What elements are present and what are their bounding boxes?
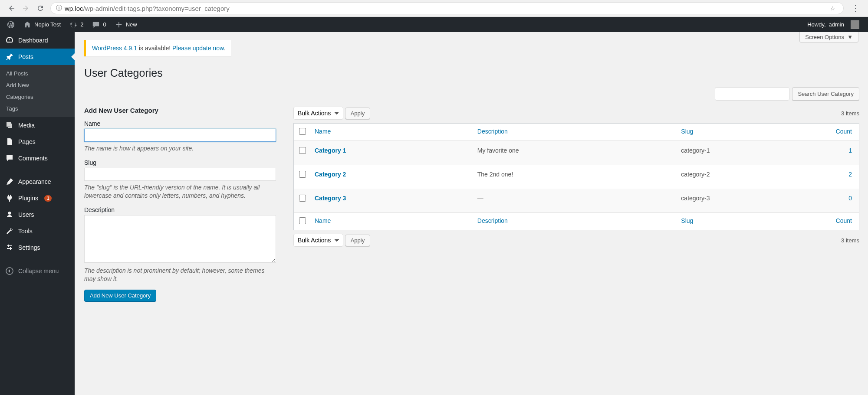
items-count-bottom: 3 items [841, 237, 859, 244]
description-label: Description [84, 206, 276, 213]
table-row: Category 2The 2nd one!category-22 [294, 165, 859, 189]
appearance-icon [5, 177, 14, 186]
browser-menu-icon[interactable]: ⋮ [846, 3, 865, 13]
menu-settings[interactable]: Settings [0, 239, 75, 256]
browser-chrome: ⓘ wp.loc /wp-admin/edit-tags.php?taxonom… [0, 0, 868, 17]
row-count-link[interactable]: 1 [848, 147, 852, 154]
menu-label: Settings [18, 244, 40, 251]
media-icon [5, 121, 14, 130]
avatar [851, 20, 859, 29]
posts-submenu: All Posts Add New Categories Tags [0, 65, 75, 117]
howdy-prefix: Howdy, [807, 21, 825, 28]
menu-label: Tools [18, 228, 33, 235]
row-checkbox[interactable] [299, 195, 306, 202]
browser-forward-icon[interactable] [22, 4, 30, 12]
menu-collapse[interactable]: Collapse menu [0, 263, 75, 279]
col-slug-foot[interactable]: Slug [677, 212, 829, 230]
col-name[interactable]: Name [310, 124, 473, 141]
menu-label: Pages [18, 138, 36, 145]
wordpress-icon [7, 21, 15, 29]
col-description[interactable]: Description [473, 124, 677, 141]
menu-pages[interactable]: Pages [0, 134, 75, 150]
row-slug: category-1 [677, 141, 829, 165]
menu-comments[interactable]: Comments [0, 150, 75, 166]
col-count[interactable]: Count [829, 124, 859, 141]
update-nag: WordPress 4.9.1 is available! Please upd… [84, 40, 231, 56]
col-count-foot[interactable]: Count [829, 212, 859, 230]
add-new-form: Add New User Category Name The name is h… [84, 107, 276, 301]
my-account-link[interactable]: Howdy, admin [803, 17, 864, 32]
site-name: Nopio Test [34, 21, 61, 28]
search-input[interactable] [715, 87, 789, 101]
menu-label: Plugins [18, 195, 38, 202]
menu-posts[interactable]: Posts [0, 49, 75, 65]
update-now-link[interactable]: Please update now [172, 45, 224, 52]
row-description: — [473, 189, 677, 212]
new-content-link[interactable]: New [111, 17, 141, 32]
star-icon[interactable]: ☆ [830, 5, 835, 12]
plugins-icon [5, 194, 14, 202]
menu-plugins[interactable]: Plugins 1 [0, 190, 75, 206]
site-name-link[interactable]: Nopio Test [19, 17, 65, 32]
form-title: Add New User Category [84, 107, 276, 114]
menu-label: Comments [18, 155, 48, 162]
select-all-bottom[interactable] [299, 217, 306, 224]
menu-media[interactable]: Media [0, 117, 75, 134]
name-input[interactable] [84, 129, 276, 142]
comments-link[interactable]: 0 [88, 17, 110, 32]
menu-tools[interactable]: Tools [0, 223, 75, 239]
search-button[interactable]: Search User Category [792, 87, 859, 101]
menu-label: Collapse menu [18, 268, 59, 274]
row-title-link[interactable]: Category 2 [315, 171, 346, 178]
wp-admin-bar: Nopio Test 2 0 New Howdy, admin [0, 17, 868, 32]
wp-version-link[interactable]: WordPress 4.9.1 [92, 45, 137, 52]
submenu-add-new[interactable]: Add New [0, 79, 75, 91]
menu-dashboard[interactable]: Dashboard [0, 32, 75, 49]
row-checkbox[interactable] [299, 171, 306, 178]
row-checkbox[interactable] [299, 147, 306, 154]
row-slug: category-2 [677, 165, 829, 189]
browser-url-bar[interactable]: ⓘ wp.loc /wp-admin/edit-tags.php?taxonom… [50, 2, 844, 14]
screen-options-tab[interactable]: Screen Options ▼ [799, 32, 858, 42]
submit-button[interactable]: Add New User Category [84, 290, 156, 301]
slug-description: The "slug" is the URL-friendly version o… [84, 183, 276, 200]
col-name-foot[interactable]: Name [310, 212, 473, 230]
menu-label: Media [18, 122, 35, 129]
col-slug[interactable]: Slug [677, 124, 829, 141]
update-icon [69, 21, 77, 29]
menu-label: Dashboard [18, 37, 48, 44]
apply-button-bottom[interactable]: Apply [345, 235, 371, 246]
row-title-link[interactable]: Category 1 [315, 147, 346, 154]
row-count-link[interactable]: 2 [848, 171, 852, 178]
submenu-all-posts[interactable]: All Posts [0, 68, 75, 79]
row-description: The 2nd one! [473, 165, 677, 189]
slug-label: Slug [84, 159, 276, 166]
menu-users[interactable]: Users [0, 206, 75, 223]
apply-button-top[interactable]: Apply [345, 108, 371, 119]
bulk-actions-select-top[interactable]: Bulk Actions [293, 107, 343, 120]
submenu-categories[interactable]: Categories [0, 91, 75, 103]
updates-count: 2 [80, 21, 83, 28]
menu-appearance[interactable]: Appearance [0, 173, 75, 190]
browser-back-icon[interactable] [8, 4, 16, 12]
submenu-tags[interactable]: Tags [0, 103, 75, 114]
info-icon: ⓘ [56, 4, 62, 12]
list-panel: Bulk Actions Apply 3 items Name Descript… [293, 107, 859, 301]
browser-reload-icon[interactable] [36, 4, 44, 12]
col-description-foot[interactable]: Description [473, 212, 677, 230]
plus-icon [115, 21, 123, 29]
row-title-link[interactable]: Category 3 [315, 195, 346, 202]
bulk-actions-select-bottom[interactable]: Bulk Actions [293, 234, 343, 247]
updates-link[interactable]: 2 [65, 17, 88, 32]
description-textarea[interactable] [84, 215, 276, 263]
admin-sidebar: Dashboard Posts All Posts Add New Catego… [0, 32, 75, 395]
menu-label: Appearance [18, 178, 51, 185]
slug-input[interactable] [84, 168, 276, 181]
wp-logo[interactable] [3, 17, 19, 32]
user-name: admin [829, 21, 844, 28]
row-count-link[interactable]: 0 [848, 195, 852, 202]
pages-icon [5, 137, 14, 146]
row-slug: category-3 [677, 189, 829, 212]
select-all-top[interactable] [299, 128, 306, 135]
comments-count: 0 [103, 21, 106, 28]
